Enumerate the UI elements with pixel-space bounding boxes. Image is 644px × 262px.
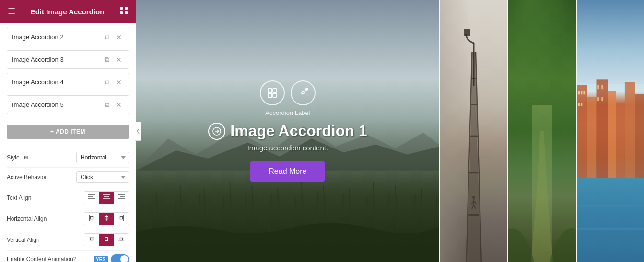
panel4-water-lines	[577, 196, 644, 249]
text-align-center-btn[interactable]	[99, 192, 114, 204]
style-setting-row: Style 🖥 Horizontal Vertical	[7, 148, 129, 168]
svg-rect-0	[120, 7, 123, 10]
svg-rect-53	[273, 93, 277, 97]
svg-rect-79	[581, 91, 582, 94]
svg-rect-84	[601, 85, 603, 90]
svg-rect-80	[583, 91, 585, 94]
panel1-title: Image Accordion 1	[230, 122, 367, 140]
panel2-figure-svg	[469, 195, 479, 210]
panel2-wall	[440, 0, 470, 262]
copy-btn-3[interactable]: ⧉	[103, 77, 111, 87]
text-align-left-btn[interactable]	[84, 192, 99, 204]
accordion-item-4[interactable]: Image Accordion 5 ⧉ ✕	[7, 95, 129, 114]
accordion-item-label-2: Image Accordion 3	[12, 56, 103, 63]
horizontal-align-group	[84, 212, 129, 225]
panel1-icons-row	[260, 80, 316, 105]
delete-btn-4[interactable]: ✕	[114, 100, 124, 110]
panel4-buildings-svg	[577, 73, 644, 191]
panel3-path-svg	[508, 131, 575, 262]
accordion-item-actions-4: ⧉ ✕	[103, 100, 124, 110]
hamburger-icon[interactable]: ☰	[8, 6, 15, 17]
animation-toggle[interactable]	[111, 254, 129, 262]
style-select[interactable]: Horizontal Vertical	[76, 152, 129, 163]
svg-rect-82	[581, 103, 582, 106]
svg-rect-78	[578, 91, 579, 94]
svg-rect-18	[120, 216, 122, 219]
text-align-row: Text Align	[7, 187, 129, 208]
style-control: Horizontal Vertical	[76, 152, 129, 163]
settings-section: Style 🖥 Horizontal Vertical Active Behav…	[0, 145, 136, 262]
svg-rect-1	[125, 7, 128, 10]
horizontal-align-row: Horizontal Align	[7, 208, 129, 229]
accordion-item-2[interactable]: Image Accordion 3 ⧉ ✕	[7, 50, 129, 69]
accordion-panel-1[interactable]: Accordion Label Image Accordion 1 Image …	[136, 0, 439, 262]
accordion-item-1[interactable]: Image Accordion 2 ⧉ ✕	[7, 28, 129, 46]
panel1-title-row: Image Accordion 1	[208, 122, 367, 140]
svg-rect-14	[90, 216, 93, 219]
svg-rect-3	[125, 11, 128, 14]
accordion-panel-3[interactable]	[507, 0, 575, 262]
panel-header: ☰ Edit Image Accordion	[0, 0, 136, 23]
accordion-panels: Accordion Label Image Accordion 1 Image …	[136, 0, 644, 262]
v-align-middle-btn[interactable]	[99, 234, 114, 246]
accordion-item-label-1: Image Accordion 2	[12, 34, 103, 41]
v-align-bottom-btn[interactable]	[114, 234, 129, 246]
text-align-group	[84, 191, 129, 204]
copy-btn-2[interactable]: ⧉	[103, 55, 111, 65]
read-more-button[interactable]: Read More	[250, 161, 325, 182]
h-align-right-btn[interactable]	[114, 213, 129, 225]
svg-point-65	[472, 196, 475, 199]
svg-rect-52	[268, 93, 272, 97]
svg-rect-85	[597, 97, 599, 101]
panel-title: Edit Image Accordion	[31, 8, 105, 16]
grid-icon[interactable]	[119, 6, 128, 17]
svg-line-69	[472, 205, 474, 209]
accordion-panel-2[interactable]	[439, 0, 507, 262]
panel1-arrow-icon[interactable]	[208, 123, 225, 140]
horizontal-align-label: Horizontal Align	[7, 216, 84, 222]
accordion-item-3[interactable]: Image Accordion 4 ⧉ ✕	[7, 73, 129, 91]
horizontal-align-control	[84, 212, 129, 225]
text-align-control	[84, 191, 129, 204]
panel1-content: Accordion Label Image Accordion 1 Image …	[136, 0, 439, 262]
accordion-panel-4[interactable]	[576, 0, 644, 262]
svg-rect-72	[587, 97, 596, 191]
svg-rect-2	[120, 11, 123, 14]
animation-control: YES	[94, 254, 129, 262]
accordion-list: Image Accordion 2 ⧉ ✕ Image Accordion 3 …	[0, 23, 136, 123]
add-item-button[interactable]: + ADD ITEM	[7, 125, 129, 139]
svg-line-70	[474, 205, 476, 209]
h-align-center-btn[interactable]	[99, 213, 114, 225]
vertical-align-label: Vertical Align	[7, 237, 84, 243]
active-behavior-control: Click Hover	[76, 171, 129, 183]
v-align-top-btn[interactable]	[84, 234, 99, 246]
svg-rect-76	[625, 82, 635, 192]
svg-rect-51	[273, 89, 277, 92]
svg-rect-71	[577, 85, 587, 192]
accordion-item-label-3: Image Accordion 4	[12, 79, 103, 86]
vertical-align-row: Vertical Align	[7, 229, 129, 251]
collapse-handle[interactable]	[135, 122, 141, 141]
copy-btn-4[interactable]: ⧉	[103, 100, 111, 110]
accordion-item-actions-3: ⧉ ✕	[103, 77, 124, 87]
panel1-icon-1[interactable]	[260, 80, 285, 105]
vertical-align-group	[84, 233, 129, 246]
copy-btn-1[interactable]: ⧉	[103, 32, 111, 42]
svg-rect-73	[596, 79, 608, 191]
h-align-left-btn[interactable]	[84, 213, 99, 225]
accordion-item-actions-2: ⧉ ✕	[103, 55, 124, 65]
text-align-right-btn[interactable]	[114, 192, 129, 204]
delete-btn-1[interactable]: ✕	[114, 32, 124, 42]
text-align-label: Text Align	[7, 194, 84, 201]
preview-panel: Accordion Label Image Accordion 1 Image …	[136, 0, 644, 262]
accordion-item-actions-1: ⧉ ✕	[103, 32, 124, 42]
svg-rect-20	[90, 238, 93, 240]
delete-btn-2[interactable]: ✕	[114, 55, 124, 65]
delete-btn-3[interactable]: ✕	[114, 77, 124, 87]
active-behavior-select[interactable]: Click Hover	[76, 171, 129, 183]
animation-row: Enable Content Animation? YES	[7, 251, 129, 262]
toggle-yes-label: YES	[94, 256, 108, 262]
panel1-icon-2[interactable]	[291, 80, 316, 105]
active-behavior-label: Active Behavior	[7, 174, 76, 181]
left-panel: ☰ Edit Image Accordion Image Accordion 2…	[0, 0, 136, 262]
